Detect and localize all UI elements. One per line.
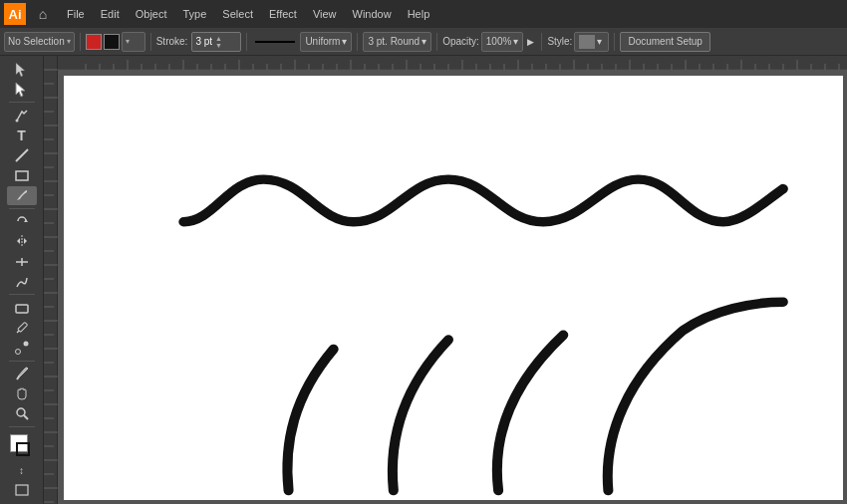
blend-tool[interactable]	[7, 339, 37, 358]
stroke-round-value: 3 pt. Round	[368, 36, 420, 47]
artwork-svg	[64, 76, 843, 500]
rotate-tool[interactable]	[7, 212, 37, 231]
fill-color-swatch[interactable]	[86, 34, 102, 50]
color-mode-arrow: ▾	[126, 37, 130, 46]
selection-label: No Selection	[8, 36, 65, 47]
sep6	[541, 33, 542, 51]
menu-edit[interactable]: Edit	[94, 6, 127, 22]
shape-tool[interactable]	[7, 298, 37, 317]
spinner-arrows[interactable]: ▲ ▼	[215, 35, 222, 49]
line-tool[interactable]	[7, 145, 37, 164]
svg-line-18	[24, 415, 28, 419]
sep1	[80, 33, 81, 51]
color-area	[6, 434, 38, 456]
sep5	[436, 33, 437, 51]
stroke-type-arrow: ▾	[342, 36, 347, 47]
menu-effect[interactable]: Effect	[262, 6, 304, 22]
width-tool[interactable]	[7, 252, 37, 271]
stroke-color-swatch[interactable]	[104, 34, 120, 50]
reflect-tool[interactable]	[7, 232, 37, 251]
type-icon: T	[17, 127, 26, 143]
svg-point-17	[17, 408, 25, 416]
svg-point-2	[15, 119, 18, 122]
stroke-round-arrow: ▾	[422, 36, 426, 47]
stroke-swatch[interactable]	[16, 442, 30, 456]
svg-rect-19	[16, 485, 28, 495]
main-area: T	[0, 56, 847, 504]
canvas-area	[44, 56, 847, 504]
svg-rect-12	[17, 322, 27, 332]
stroke-group: Stroke: 3 pt ▲ ▼	[156, 32, 242, 52]
tools-panel: T	[0, 56, 44, 504]
svg-marker-1	[16, 83, 25, 97]
svg-line-3	[16, 149, 28, 161]
ruler-top	[58, 56, 847, 70]
options-toolbar: No Selection ▾ ▾ Stroke: 3 pt ▲ ▼ Unifor…	[0, 28, 847, 56]
screen-mode-tool[interactable]	[7, 481, 37, 500]
svg-marker-8	[24, 238, 27, 244]
tool-sep-3	[9, 294, 35, 295]
style-arrow: ▾	[597, 36, 602, 47]
color-mode-dropdown[interactable]: ▾	[122, 32, 145, 52]
style-dropdown[interactable]: ▾	[574, 32, 609, 52]
sep3	[246, 33, 247, 51]
opacity-value-box[interactable]: 100% ▾	[481, 32, 524, 52]
menu-object[interactable]: Object	[129, 6, 174, 22]
menu-window[interactable]: Window	[346, 6, 399, 22]
warp-tool[interactable]	[7, 272, 37, 291]
svg-line-16	[17, 377, 19, 379]
menu-type[interactable]: Type	[176, 6, 214, 22]
tool-sep-5	[9, 426, 35, 427]
pen-tool[interactable]	[7, 106, 37, 125]
home-button[interactable]: ⌂	[32, 3, 54, 25]
tool-sep-1	[9, 102, 35, 103]
rectangle-tool[interactable]	[7, 166, 37, 185]
svg-marker-5	[24, 219, 28, 222]
svg-point-14	[15, 350, 20, 355]
stroke-type-dropdown[interactable]: Uniform ▾	[300, 32, 352, 52]
sep2	[150, 33, 151, 51]
eyedropper-tool[interactable]	[7, 364, 37, 382]
menu-select[interactable]: Select	[215, 6, 260, 22]
selection-dropdown[interactable]: No Selection ▾	[4, 32, 75, 52]
direct-selection-tool[interactable]	[7, 80, 37, 99]
svg-rect-11	[16, 305, 28, 313]
type-tool[interactable]: T	[7, 126, 37, 144]
arrow-symbol[interactable]: ↕	[7, 461, 37, 480]
stroke-type-value: Uniform	[305, 36, 340, 47]
tool-sep-2	[9, 208, 35, 209]
color-group: ▾	[86, 32, 145, 52]
expand-arrow[interactable]: ▶	[527, 37, 534, 47]
stroke-weight-spinner[interactable]: 3 pt ▲ ▼	[191, 32, 241, 52]
app-logo: Ai	[4, 3, 26, 25]
stroke-line-preview	[255, 41, 295, 43]
blob-brush-tool[interactable]	[7, 186, 37, 205]
style-label: Style:	[547, 36, 572, 47]
menu-file[interactable]: File	[60, 6, 92, 22]
artboard[interactable]	[64, 76, 843, 500]
sep7	[614, 33, 615, 51]
opacity-group: Opacity: 100% ▾ ▶	[442, 32, 536, 52]
zoom-tool[interactable]	[7, 404, 37, 423]
pencil-tool[interactable]	[7, 318, 37, 337]
menubar: Ai ⌂ File Edit Object Type Select Effect…	[0, 0, 847, 28]
menu-view[interactable]: View	[306, 6, 344, 22]
hand-tool[interactable]	[7, 384, 37, 403]
menu-help[interactable]: Help	[401, 6, 437, 22]
ruler-left	[44, 56, 58, 504]
opacity-arrow: ▾	[513, 36, 518, 47]
spinner-down[interactable]: ▼	[215, 42, 222, 49]
stroke-label: Stroke:	[156, 36, 188, 47]
svg-marker-7	[17, 238, 20, 244]
stroke-round-group: 3 pt. Round ▾	[363, 32, 431, 52]
svg-point-15	[23, 342, 28, 347]
selection-tool[interactable]	[7, 60, 37, 79]
selection-group: No Selection ▾	[4, 32, 75, 52]
style-group: Style: ▾	[547, 32, 609, 52]
svg-marker-0	[16, 63, 25, 77]
stroke-type-group: Uniform ▾	[252, 32, 352, 52]
stroke-round-dropdown[interactable]: 3 pt. Round ▾	[363, 32, 431, 52]
doc-setup-button[interactable]: Document Setup	[620, 32, 710, 52]
selection-arrow: ▾	[67, 37, 71, 46]
spinner-up[interactable]: ▲	[215, 35, 222, 42]
